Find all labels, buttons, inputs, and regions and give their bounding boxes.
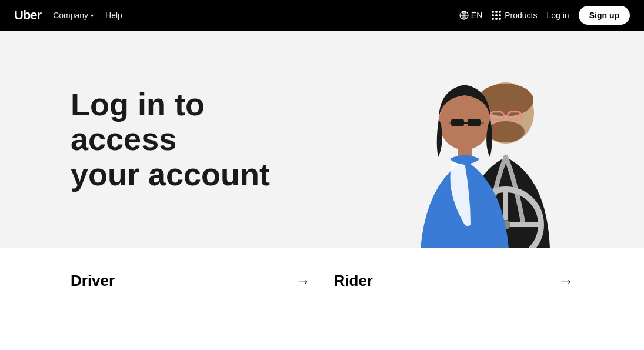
login-button[interactable]: Log in <box>547 11 569 20</box>
signup-button[interactable]: Sign up <box>579 6 630 25</box>
grid-icon <box>492 11 501 20</box>
driver-option[interactable]: Driver → <box>71 248 311 302</box>
hero-svg <box>362 60 585 248</box>
chevron-down-icon: ▾ <box>91 12 94 19</box>
svg-rect-17 <box>451 119 464 126</box>
hero-section: Log in to access your account <box>0 31 644 248</box>
hero-title: Log in to access your account <box>71 87 294 192</box>
help-label: Help <box>105 11 122 20</box>
products-label: Products <box>505 11 537 20</box>
navbar: Uber Company ▾ Help EN Products <box>0 0 644 31</box>
driver-arrow: → <box>296 273 311 289</box>
rider-option[interactable]: Rider → <box>334 248 574 302</box>
hero-title-line1: Log in to access <box>71 86 205 156</box>
svg-rect-18 <box>468 119 481 126</box>
options-section: Driver → Rider → <box>0 248 644 302</box>
navbar-left: Uber Company ▾ Help <box>14 8 445 23</box>
help-nav-item[interactable]: Help <box>105 11 122 20</box>
uber-logo[interactable]: Uber <box>14 8 41 23</box>
svg-point-6 <box>487 121 525 142</box>
rider-label: Rider <box>334 272 373 290</box>
language-selector[interactable]: EN <box>459 11 482 20</box>
rider-arrow: → <box>559 273 573 289</box>
hero-title-line2: your account <box>71 156 270 192</box>
driver-label: Driver <box>71 272 115 290</box>
globe-icon <box>459 11 469 20</box>
company-nav-item[interactable]: Company ▾ <box>53 11 94 20</box>
hero-illustration <box>362 60 585 248</box>
company-label: Company <box>53 11 88 20</box>
products-nav-item[interactable]: Products <box>492 11 537 20</box>
lang-label: EN <box>471 11 482 20</box>
navbar-right: EN Products Log in Sign up <box>459 6 630 25</box>
